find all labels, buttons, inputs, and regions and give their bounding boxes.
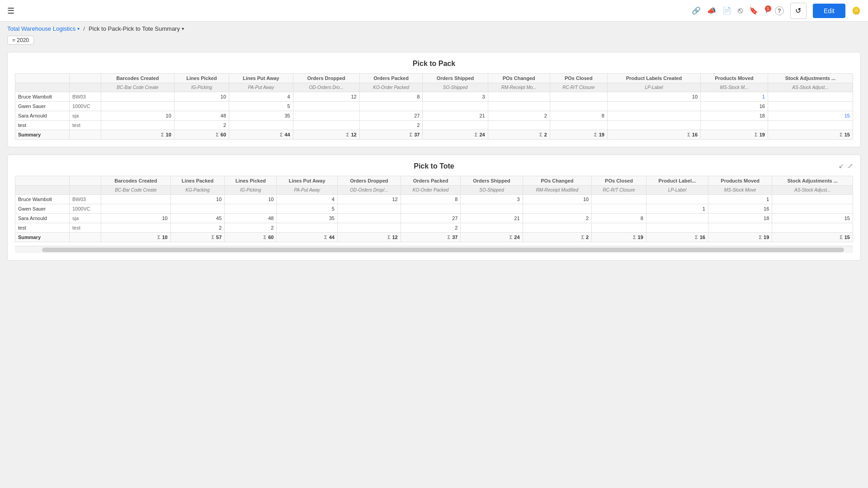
- nav-icons: 🔗 📣 📄 ⎋ 🔖 Y 1 ? ↺ Edit 🪙: [692, 3, 861, 19]
- cell-value: [550, 102, 607, 111]
- cell-value: 21: [461, 214, 523, 223]
- cell-value: 4: [277, 195, 337, 204]
- cell-value: 16: [708, 204, 772, 214]
- cell-value: [174, 102, 229, 111]
- pick-to-tote-panel: Pick to Tote ↙ ⤢ Barcodes Created Lines …: [7, 155, 861, 261]
- wallet-icon[interactable]: 🪙: [852, 6, 861, 15]
- hamburger-menu[interactable]: ☰: [7, 6, 14, 16]
- bookmark-icon[interactable]: 🔖: [749, 6, 758, 15]
- cell-value: 2: [401, 223, 461, 233]
- tote-sub-so: SO-Shipped: [461, 186, 523, 195]
- row-name: Sara Arnould: [15, 214, 70, 223]
- link-icon[interactable]: 🔗: [692, 6, 701, 15]
- row-name: Sara Arnould: [15, 111, 70, 121]
- cell-value: 18: [708, 214, 772, 223]
- row-code: sja: [70, 214, 101, 223]
- sub-header-code: [70, 83, 101, 92]
- summary-value: Σ19: [701, 130, 768, 140]
- tote-expand-icon[interactable]: ⤢: [848, 162, 853, 169]
- cell-value: 1: [701, 92, 768, 102]
- row-code: test: [70, 223, 101, 233]
- cell-value: [550, 92, 607, 102]
- summary-value: Σ19: [592, 233, 646, 242]
- sub-header-lp: LP-Label: [607, 83, 700, 92]
- cell-value: 35: [229, 111, 293, 121]
- tote-col-kg: Lines Packed: [170, 176, 225, 186]
- cell-value: [170, 204, 225, 214]
- cell-value: 2: [170, 223, 225, 233]
- summary-value: Σ2: [523, 233, 592, 242]
- export-icon[interactable]: ⎋: [738, 6, 743, 15]
- cell-value: [461, 223, 523, 233]
- cell-value: [293, 111, 359, 121]
- table-row: testtest222: [15, 223, 853, 233]
- cell-value: [607, 102, 700, 111]
- cell-value: [523, 223, 592, 233]
- summary-value: Σ12: [293, 130, 359, 140]
- cell-value: 10: [101, 214, 171, 223]
- scroll-thumb[interactable]: [42, 248, 844, 252]
- breadcrumb-parent-caret: ▾: [77, 26, 80, 31]
- edit-button[interactable]: Edit: [813, 4, 845, 18]
- sub-header-as: AS-Stock Adjust...: [768, 83, 853, 92]
- cell-value: [768, 102, 853, 111]
- cell-value: [523, 204, 592, 214]
- summary-value: Σ16: [607, 130, 700, 140]
- summary-value: Σ15: [772, 233, 853, 242]
- cell-value: 8: [592, 214, 646, 223]
- cell-value: [423, 121, 488, 130]
- document-icon[interactable]: 📄: [722, 6, 731, 15]
- col-header-ig: Lines Picked: [174, 74, 229, 83]
- tote-col-od: Orders Dropped: [337, 176, 401, 186]
- cell-value: 10: [607, 92, 700, 102]
- cell-value: 10: [225, 195, 277, 204]
- cell-value: [550, 121, 607, 130]
- row-code: sja: [70, 111, 101, 121]
- table-row: Sara Arnouldsja104548352721281815: [15, 214, 853, 223]
- sub-header-bc: BC-Bar Code Create: [101, 83, 175, 92]
- tote-sub-ms: MS-Stock Move: [708, 186, 772, 195]
- breadcrumb-parent[interactable]: Total Warehouse Logistics ▾: [7, 25, 80, 32]
- table-row: testtest22: [15, 121, 853, 130]
- summary-label: Summary: [15, 130, 70, 140]
- notification-icon[interactable]: Y 1: [764, 7, 769, 14]
- summary-label: Summary: [15, 233, 70, 242]
- col-header-lp: Product Labels Created: [607, 74, 700, 83]
- breadcrumb-current[interactable]: Pick to Pack-Pick to Tote Summary ▾: [89, 25, 184, 32]
- cell-value: [646, 195, 708, 204]
- cell-value: 3: [461, 195, 523, 204]
- cell-value: 10: [523, 195, 592, 204]
- cell-value: [708, 223, 772, 233]
- col-header-od: Orders Dropped: [293, 74, 359, 83]
- horizontal-scrollbar[interactable]: [15, 246, 853, 253]
- row-name: test: [15, 223, 70, 233]
- col-header-name: [15, 74, 70, 83]
- megaphone-icon[interactable]: 📣: [707, 6, 716, 15]
- pick-to-tote-table: Barcodes Created Lines Packed Lines Pick…: [15, 176, 853, 242]
- row-name: Bruce Wambolt: [15, 92, 70, 102]
- cell-value: [101, 223, 171, 233]
- sub-header-rc: RC-R/T Closure: [550, 83, 607, 92]
- help-icon[interactable]: ?: [775, 6, 784, 15]
- cell-value: 21: [423, 111, 488, 121]
- row-name: Gwen Sauer: [15, 102, 70, 111]
- tote-sub-code: [70, 186, 101, 195]
- row-name: test: [15, 121, 70, 130]
- table-row: Bruce WamboltBW03101041283101: [15, 195, 853, 204]
- cell-value: 12: [293, 92, 359, 102]
- tote-sub-ko: KO-Order Packed: [401, 186, 461, 195]
- filter-tag[interactable]: = 2020: [7, 36, 34, 45]
- pick-to-tote-title: Pick to Tote: [15, 162, 853, 170]
- summary-value: Σ37: [401, 233, 461, 242]
- tote-arrow-icon[interactable]: ↙: [839, 162, 844, 169]
- summary-value: Σ37: [359, 130, 423, 140]
- cell-value: [101, 102, 175, 111]
- cell-value: 45: [170, 214, 225, 223]
- refresh-button[interactable]: ↺: [790, 3, 807, 19]
- cell-value: [592, 223, 646, 233]
- summary-value: Σ2: [488, 130, 550, 140]
- cell-value: 1: [646, 204, 708, 214]
- top-nav: ☰ 🔗 📣 📄 ⎋ 🔖 Y 1 ? ↺ Edit 🪙: [0, 0, 868, 22]
- summary-value: Σ15: [768, 130, 853, 140]
- pick-to-pack-title: Pick to Pack: [15, 60, 853, 68]
